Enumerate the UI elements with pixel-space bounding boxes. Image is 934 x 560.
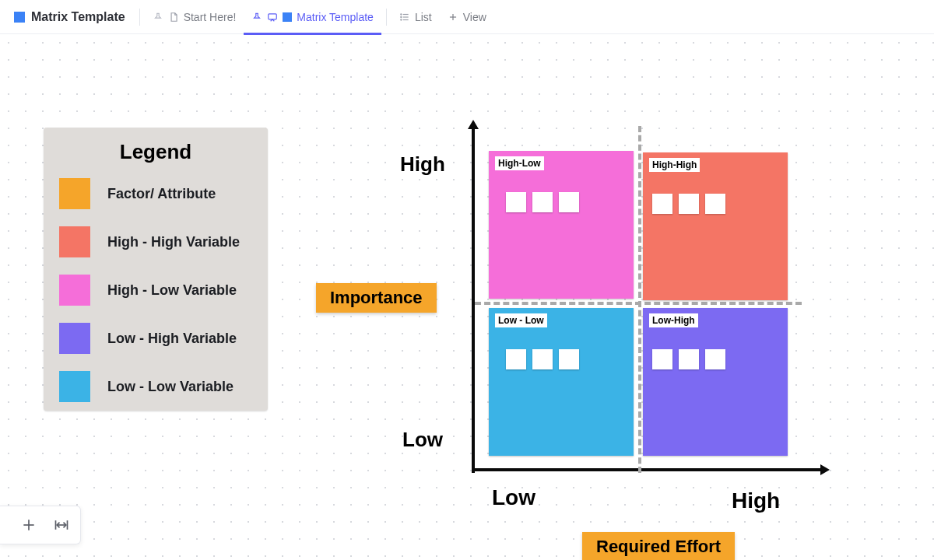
x-axis-low-label: Low — [492, 485, 535, 510]
tab-list[interactable]: List — [392, 0, 440, 34]
legend-title: Legend — [59, 140, 252, 164]
mid-vertical-divider — [638, 126, 641, 473]
y-axis-line — [472, 126, 475, 473]
card-placeholder[interactable] — [506, 349, 526, 369]
card-row — [652, 349, 781, 369]
doc-icon — [168, 12, 179, 23]
legend-label: Factor/ Attribute — [107, 186, 216, 202]
card-placeholder[interactable] — [532, 192, 553, 212]
swatch-icon — [59, 323, 90, 354]
legend-label: High - Low Variable — [107, 282, 237, 299]
legend-label: High - High Variable — [107, 234, 240, 250]
quadrant-label: High-Low — [495, 156, 544, 170]
tab-label: Start Here! — [184, 11, 237, 23]
swatch-icon — [59, 178, 90, 209]
whiteboard-icon — [267, 12, 278, 23]
top-bar: Matrix Template Start Here! Matrix Templ… — [0, 0, 934, 34]
legend-label: Low - Low Variable — [107, 379, 234, 395]
card-placeholder[interactable] — [532, 349, 553, 369]
card-placeholder[interactable] — [652, 349, 672, 369]
tab-add-view[interactable]: View — [440, 0, 494, 34]
separator — [386, 9, 387, 26]
tab-label: List — [415, 11, 432, 23]
svg-point-6 — [401, 19, 402, 19]
add-button[interactable] — [21, 517, 37, 533]
legend-item: High - High Variable — [59, 226, 252, 257]
swatch-icon — [59, 226, 90, 257]
doc-color-icon — [14, 12, 25, 23]
card-placeholder[interactable] — [705, 349, 725, 369]
x-axis-line — [472, 468, 823, 471]
quadrant-high-high[interactable]: High-High — [643, 152, 788, 300]
y-axis-high-label: High — [400, 152, 445, 177]
square-icon — [283, 12, 292, 22]
legend-card[interactable]: Legend Factor/ Attribute High - High Var… — [44, 128, 268, 411]
tab-label: Matrix Template — [297, 11, 374, 23]
svg-rect-0 — [269, 13, 277, 19]
card-row — [506, 192, 627, 212]
card-placeholder[interactable] — [705, 194, 725, 214]
matrix-frame: High-Low High-High Low - Low — [472, 126, 823, 478]
legend-label: Low - High Variable — [107, 331, 237, 347]
quadrant-label: High-High — [649, 158, 700, 172]
card-placeholder[interactable] — [506, 192, 526, 212]
pin-icon — [153, 12, 163, 23]
pin-icon — [251, 12, 262, 23]
plus-icon — [448, 12, 458, 23]
card-placeholder[interactable] — [559, 349, 579, 369]
tab-matrix-template[interactable]: Matrix Template — [244, 0, 381, 34]
quadrant-label: Low-High — [649, 313, 698, 327]
card-placeholder[interactable] — [679, 194, 699, 214]
quadrant-low-low[interactable]: Low - Low — [489, 308, 634, 456]
x-axis-high-label: High — [732, 488, 780, 513]
legend-item: High - Low Variable — [59, 275, 252, 306]
card-placeholder[interactable] — [652, 194, 672, 214]
card-placeholder[interactable] — [679, 349, 699, 369]
swatch-icon — [59, 371, 90, 402]
whiteboard-canvas[interactable]: Legend Factor/ Attribute High - High Var… — [0, 34, 934, 560]
separator — [139, 9, 140, 26]
quadrant-label: Low - Low — [495, 313, 547, 327]
svg-point-4 — [401, 13, 402, 14]
list-icon — [399, 12, 410, 23]
tab-start-here[interactable]: Start Here! — [145, 0, 244, 34]
quadrant-low-high[interactable]: Low-High — [643, 308, 788, 456]
card-row — [652, 194, 781, 214]
swatch-icon — [59, 275, 90, 306]
card-placeholder[interactable] — [559, 192, 579, 212]
fit-width-button[interactable] — [54, 517, 69, 533]
y-axis-title[interactable]: Importance — [316, 283, 437, 313]
canvas-tools — [0, 506, 81, 544]
legend-item: Low - High Variable — [59, 323, 252, 354]
x-axis-title[interactable]: Required Effort — [582, 532, 735, 560]
svg-point-5 — [401, 16, 402, 17]
quadrant-high-low[interactable]: High-Low — [489, 151, 634, 299]
arrow-up-icon — [468, 120, 479, 129]
legend-item: Factor/ Attribute — [59, 178, 252, 209]
legend-item: Low - Low Variable — [59, 371, 252, 402]
tab-label: View — [463, 11, 486, 23]
doc-title[interactable]: Matrix Template — [31, 10, 125, 24]
arrow-right-icon — [820, 464, 830, 475]
card-row — [506, 349, 627, 369]
y-axis-low-label: Low — [402, 428, 443, 452]
